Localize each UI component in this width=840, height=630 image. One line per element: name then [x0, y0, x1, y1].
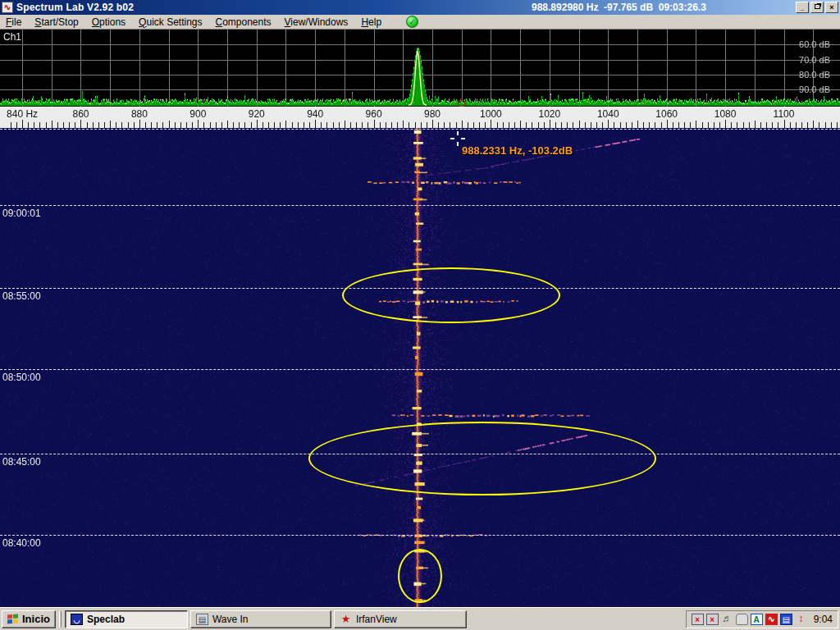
time-label: 08:40:00 [2, 537, 41, 549]
task-button-label: IrfanView [356, 614, 397, 625]
ruler-label-880: 880 [131, 108, 148, 120]
network-offline-2-icon[interactable]: × [706, 614, 719, 625]
task-button-irfanview[interactable]: ★IrfanView [334, 610, 467, 628]
taskbar: Inicio ◡Speclab▤Wave In★IrfanView × × ♬ … [0, 607, 840, 630]
frequency-ruler[interactable]: 840 Hz8608809009209409609801000102010401… [0, 107, 840, 128]
db-label: 60.0 dB [799, 39, 830, 49]
waterfall-display[interactable]: 09:00:0108:55:0008:50:0008:45:0008:40:00… [0, 128, 840, 607]
minimize-button[interactable]: _ [796, 2, 809, 13]
menu-item-file[interactable]: File [6, 16, 21, 28]
ruler-label-920: 920 [249, 108, 265, 120]
menu-items: FileStart/StopOptionsQuick SettingsCompo… [6, 16, 395, 28]
annotation-ellipse-3 [398, 549, 442, 603]
irfanview-icon: ★ [340, 614, 352, 625]
spectrum-display[interactable]: Ch1 60.0 dB70.0 dB80.0 dB90.0 dB [0, 30, 840, 107]
menu-item-components[interactable]: Components [216, 16, 272, 28]
spectrum-trace-canvas[interactable] [0, 30, 840, 107]
time-grid-line [0, 129, 840, 130]
task-button-label: Wave In [212, 614, 249, 625]
taskbar-clock[interactable]: 9:04 [814, 614, 833, 625]
ruler-label-1040: 1040 [597, 108, 619, 120]
channel-label: Ch1 [3, 31, 21, 43]
ruler-label-1020: 1020 [538, 108, 560, 120]
task-buttons: ◡Speclab▤Wave In★IrfanView [65, 610, 469, 628]
time-label: 08:45:00 [2, 456, 41, 468]
taskbar-divider [59, 611, 62, 628]
annotation-ellipse-2 [308, 422, 656, 495]
menu-bar: FileStart/StopOptionsQuick SettingsCompo… [0, 15, 840, 30]
task-button-wave-in[interactable]: ▤Wave In [190, 610, 331, 628]
window-title: Spectrum Lab V2.92 b02 [16, 2, 134, 13]
task-button-speclab[interactable]: ◡Speclab [65, 610, 188, 628]
close-button[interactable]: × [825, 2, 838, 13]
menu-item-quick-settings[interactable]: Quick Settings [139, 16, 202, 28]
menu-item-options[interactable]: Options [92, 16, 126, 28]
time-label: 08:50:00 [2, 372, 41, 383]
dictionary-icon[interactable]: ▤ [780, 614, 792, 625]
wavein-icon: ▤ [196, 614, 208, 625]
windows-logo-icon [7, 614, 19, 624]
ruler-label-1080: 1080 [714, 108, 737, 120]
ruler-label-1060: 1060 [655, 108, 678, 120]
menu-item-start-stop[interactable]: Start/Stop [34, 16, 78, 28]
time-label: 08:55:00 [2, 290, 41, 302]
db-label: 90.0 dB [799, 84, 830, 94]
ruler-label-860: 860 [72, 108, 89, 120]
frequency-db-time-readout: 988.892980 Hz -97.765 dB 09:03:26.3 [532, 2, 706, 13]
app-icon: ∿ [2, 2, 13, 13]
time-grid-line [0, 205, 840, 206]
annotation-ellipse-1 [342, 267, 560, 323]
menu-item-view-windows[interactable]: View/Windows [285, 16, 349, 28]
menu-item-help[interactable]: Help [361, 16, 381, 28]
task-button-label: Speclab [87, 614, 125, 625]
network-offline-icon[interactable]: × [692, 614, 704, 625]
ruler-label-840: 840 Hz [7, 108, 38, 120]
ruler-label-960: 960 [366, 108, 382, 120]
network-activity-icon[interactable]: ↕ [795, 614, 807, 625]
time-grid-line [0, 535, 840, 536]
status-led-icon[interactable]: ✓ [406, 16, 418, 28]
start-button[interactable]: Inicio [2, 610, 56, 628]
ruler-label-940: 940 [307, 108, 323, 120]
spectrum-lab-window: ∿ Spectrum Lab V2.92 b02 988.892980 Hz -… [0, 0, 840, 630]
antivirus-icon[interactable]: A [751, 614, 763, 625]
ruler-label-980: 980 [424, 108, 441, 120]
ruler-label-900: 900 [189, 108, 206, 120]
restore-button[interactable] [810, 2, 824, 13]
restore-icon [815, 4, 820, 9]
volume-icon[interactable]: ♬ [721, 614, 733, 625]
crosshair-cursor-icon [450, 131, 465, 146]
db-label: 70.0 dB [799, 55, 830, 65]
cursor-readout-tooltip: 988.2331 Hz, -103.2dB [462, 144, 573, 157]
ruler-label-1000: 1000 [480, 108, 502, 120]
system-tray: × × ♬ A ∿ ▤ ↕ 9:04 [686, 610, 838, 628]
time-label: 09:00:01 [2, 208, 41, 219]
title-bar[interactable]: ∿ Spectrum Lab V2.92 b02 988.892980 Hz -… [0, 0, 840, 15]
time-grid-line [0, 369, 840, 370]
paint-tool-icon[interactable]: ∿ [765, 614, 778, 625]
ruler-label-1100: 1100 [774, 108, 795, 120]
db-label: 80.0 dB [799, 70, 830, 80]
mouse-settings-icon[interactable] [736, 614, 748, 625]
speclab-icon: ◡ [71, 614, 83, 625]
start-button-label: Inicio [22, 613, 50, 625]
